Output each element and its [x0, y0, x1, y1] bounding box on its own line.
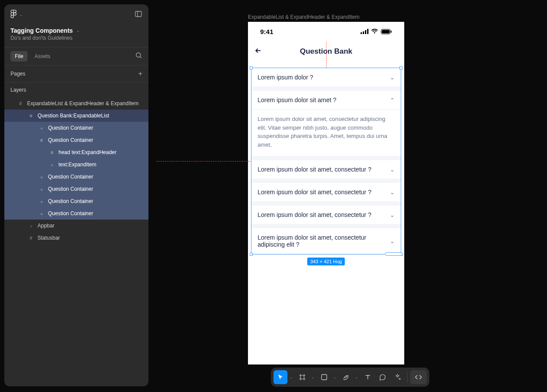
svg-rect-11	[391, 31, 392, 33]
svg-rect-1	[135, 11, 141, 17]
figma-menu[interactable]: ⌄	[10, 10, 23, 20]
question-title: Lorem ipsum dolor sit amet, consectetur …	[258, 166, 372, 173]
pen-tool[interactable]	[339, 370, 353, 384]
comment-tool[interactable]	[375, 370, 389, 384]
question-list-selection[interactable]: Lorem ipsum dolor ?⌄Lorem ipsum dolor si…	[251, 68, 401, 254]
frame-label[interactable]: ExpandableList & ExpandHeader & ExpandIt…	[248, 14, 360, 20]
question-header[interactable]: Lorem ipsum dolor sit amet, consectetur …	[251, 206, 401, 228]
layer-label: head text:ExpandHeader	[58, 149, 117, 155]
add-page-button[interactable]: +	[138, 70, 142, 78]
question-header[interactable]: Lorem ipsum dolor sit amet, consectetur …	[251, 228, 401, 254]
panel-toggle-button[interactable]	[134, 10, 142, 20]
layer-item[interactable]: ⬦text:ExpandItem	[4, 158, 148, 171]
text-tool[interactable]	[361, 370, 375, 384]
layer-item[interactable]: ⬦Question Container	[4, 122, 148, 134]
comp-icon: ⬦	[49, 162, 55, 167]
svg-rect-8	[367, 29, 368, 34]
layer-label: Question Container	[48, 210, 93, 217]
layer-label: text:ExpandItem	[58, 162, 96, 168]
pages-section-header[interactable]: Pages +	[4, 65, 148, 82]
svg-line-4	[140, 57, 141, 58]
frame-tool[interactable]	[295, 370, 309, 384]
layer-item[interactable]: ≡Question Bank:ExpandableList	[4, 110, 148, 122]
appbar-title: Question Bank	[248, 47, 404, 56]
layer-label: Question Container	[48, 125, 93, 131]
vstack-icon: ≡	[38, 138, 45, 143]
chevron-down-icon: ⌄	[390, 166, 395, 173]
layer-item[interactable]: ⬦Question Container	[4, 171, 148, 183]
canvas[interactable]: ExpandableList & ExpandHeader & ExpandIt…	[153, 0, 547, 392]
comp-icon: ⬦	[38, 186, 45, 192]
svg-rect-6	[363, 31, 364, 34]
move-tool-dropdown[interactable]: ⌄	[288, 370, 294, 384]
battery-icon	[381, 29, 392, 34]
svg-point-3	[136, 53, 141, 57]
question-title: Lorem ipsum dolor ?	[258, 74, 313, 81]
layer-label: Question Container	[48, 186, 93, 192]
toolbar-separator	[407, 372, 407, 382]
chevron-up-icon: ⌃	[390, 97, 395, 103]
mobile-frame[interactable]: 9:41 Question Bank Lorem ipsum dolor ?⌄L…	[248, 22, 404, 364]
layer-label: Question Container	[48, 174, 93, 180]
tab-assets[interactable]: Assets	[30, 51, 55, 62]
status-time: 9:41	[260, 28, 273, 35]
frame-icon: #	[28, 235, 34, 241]
actions-tool[interactable]	[390, 370, 404, 384]
question-body: Lorem ipsum dolor sit amet, consectetur …	[251, 110, 401, 160]
figma-logo-icon	[10, 10, 17, 20]
rectangle-tool[interactable]	[317, 370, 331, 384]
search-icon[interactable]	[135, 52, 142, 61]
comp-icon: ⬦	[38, 199, 45, 204]
layer-item[interactable]: ≡Question Container	[4, 134, 148, 146]
layer-label: Question Container	[48, 137, 93, 143]
layer-item[interactable]: #Statusbar	[4, 232, 148, 244]
vstack-icon: ≡	[49, 150, 55, 155]
layer-item[interactable]: #ExpandableList & ExpandHeader & ExpandI…	[4, 97, 148, 110]
layer-label: Question Bank:ExpandableList	[38, 113, 109, 119]
appbar: Question Bank	[248, 41, 404, 62]
resize-pill-handle[interactable]	[385, 252, 403, 256]
svg-rect-7	[365, 30, 366, 34]
comp-icon: ⬦	[38, 174, 45, 179]
project-subtitle: Do's and don'ts Guidelines	[4, 35, 148, 47]
left-sidebar: ⌄ Tagging Components ⌄ Do's and don'ts G…	[4, 4, 148, 386]
dimensions-badge: 343 × 421 Hug	[307, 258, 345, 265]
question-title: Lorem ipsum dolor sit amet, consectetur …	[258, 211, 372, 218]
layer-item[interactable]: ⬦Question Container	[4, 207, 148, 220]
move-tool[interactable]	[273, 370, 287, 384]
chevron-down-icon: ⌄	[76, 28, 80, 33]
layers-section-header: Layers	[4, 82, 148, 97]
layer-item[interactable]: ⬦Question Container	[4, 195, 148, 207]
layer-item[interactable]: ⬦Appbar	[4, 220, 148, 232]
pen-tool-dropdown[interactable]: ⌄	[354, 370, 360, 384]
cellular-icon	[361, 29, 368, 34]
alignment-guide-horizontal	[156, 161, 251, 162]
tab-file[interactable]: File	[10, 51, 28, 62]
comp-icon: ⬦	[38, 211, 45, 216]
frame-tool-dropdown[interactable]: ⌄	[310, 370, 316, 384]
vstack-icon: ≡	[28, 113, 34, 118]
question-title: Lorem ipsum dolor sit amet, consectetur …	[258, 189, 372, 196]
question-header[interactable]: Lorem ipsum dolor sit amet ?⌃	[251, 91, 401, 110]
project-title-row[interactable]: Tagging Components ⌄	[4, 25, 148, 35]
status-icons	[361, 29, 392, 34]
question-header[interactable]: Lorem ipsum dolor ?⌄	[251, 68, 401, 91]
svg-rect-5	[361, 32, 362, 34]
layer-item[interactable]: ⬦Question Container	[4, 183, 148, 195]
layer-label: Statusbar	[38, 235, 60, 241]
question-list: Lorem ipsum dolor ?⌄Lorem ipsum dolor si…	[251, 68, 401, 254]
statusbar: 9:41	[248, 22, 404, 41]
svg-point-0	[14, 13, 16, 15]
layer-item[interactable]: ≡head text:ExpandHeader	[4, 146, 148, 158]
chevron-down-icon: ⌄	[390, 189, 395, 196]
project-title: Tagging Components	[10, 27, 73, 34]
question-title: Lorem ipsum dolor sit amet ?	[258, 96, 337, 103]
comp-icon: ⬦	[28, 223, 34, 228]
dev-mode-toggle[interactable]	[410, 370, 427, 384]
question-header[interactable]: Lorem ipsum dolor sit amet, consectetur …	[251, 183, 401, 206]
pages-label: Pages	[10, 71, 25, 77]
question-title: Lorem ipsum dolor sit amet, consectetur …	[258, 234, 385, 248]
question-header[interactable]: Lorem ipsum dolor sit amet, consectetur …	[251, 160, 401, 183]
back-button[interactable]	[254, 47, 262, 57]
shape-tool-dropdown[interactable]: ⌄	[332, 370, 338, 384]
